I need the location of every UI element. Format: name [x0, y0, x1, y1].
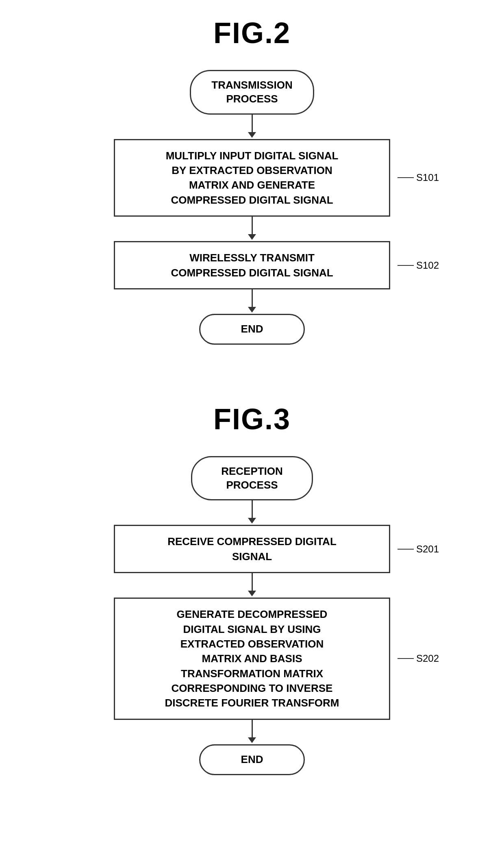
figure-2-section: FIG.2 TRANSMISSIONPROCESS MULTIPLY INPUT…: [0, 16, 504, 345]
fig3-flowchart: RECEPTIONPROCESS RECEIVE COMPRESSED DIGI…: [114, 456, 390, 775]
fig2-step1-wrapper: MULTIPLY INPUT DIGITAL SIGNAL BY EXTRACT…: [114, 139, 390, 217]
fig3-step2-box: GENERATE DECOMPRESSED DIGITAL SIGNAL BY …: [114, 598, 390, 720]
fig2-step2-wrapper: WIRELESSLY TRANSMIT COMPRESSED DIGITAL S…: [114, 241, 390, 289]
fig3-step1-id: S201: [416, 543, 439, 555]
fig2-arrow-2: [248, 217, 256, 241]
fig3-step1-box: RECEIVE COMPRESSED DIGITAL SIGNAL: [114, 525, 390, 573]
fig3-step1-label: S201: [398, 543, 439, 555]
fig2-step1-box: MULTIPLY INPUT DIGITAL SIGNAL BY EXTRACT…: [114, 139, 390, 217]
fig2-arrow-1: [248, 115, 256, 139]
fig3-title: FIG.3: [213, 402, 291, 436]
fig3-arrow-2: [248, 573, 256, 598]
fig2-step1-label: S101: [398, 172, 439, 183]
fig2-title: FIG.2: [213, 16, 291, 50]
fig3-step2-id: S202: [416, 653, 439, 664]
fig3-end-pill: END: [199, 744, 305, 775]
fig3-arrow-3: [248, 720, 256, 744]
fig3-step1-wrapper: RECEIVE COMPRESSED DIGITAL SIGNAL S201: [114, 525, 390, 573]
fig2-arrow-3: [248, 289, 256, 314]
fig3-step2-wrapper: GENERATE DECOMPRESSED DIGITAL SIGNAL BY …: [114, 598, 390, 720]
fig2-step2-label: S102: [398, 260, 439, 271]
fig3-step2-label: S202: [398, 653, 439, 664]
figure-3-section: FIG.3 RECEPTIONPROCESS RECEIVE COMPRESSE…: [0, 402, 504, 775]
fig2-step1-id: S101: [416, 172, 439, 183]
fig3-start-pill: RECEPTIONPROCESS: [191, 456, 313, 501]
figure-divider: [0, 377, 504, 378]
page-container: FIG.2 TRANSMISSIONPROCESS MULTIPLY INPUT…: [0, 0, 504, 816]
fig2-step2-id: S102: [416, 260, 439, 271]
fig2-step2-box: WIRELESSLY TRANSMIT COMPRESSED DIGITAL S…: [114, 241, 390, 289]
fig2-start-pill: TRANSMISSIONPROCESS: [190, 70, 314, 115]
fig3-arrow-1: [248, 500, 256, 525]
fig2-end-pill: END: [199, 314, 305, 345]
fig2-flowchart: TRANSMISSIONPROCESS MULTIPLY INPUT DIGIT…: [114, 70, 390, 345]
